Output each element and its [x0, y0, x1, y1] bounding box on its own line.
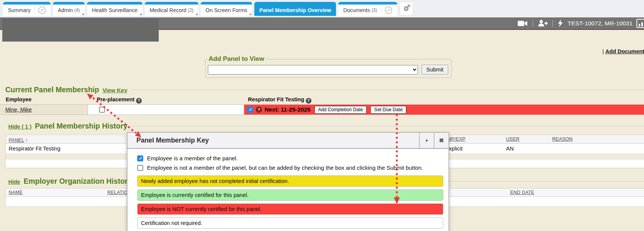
current-panel-header-row: Employee Pre-placement? Respirator Fit T…	[0, 95, 644, 104]
history-panel-value: Respirator Fit Testing	[9, 146, 60, 152]
add-panel-legend: Add Panel to View	[208, 55, 266, 63]
add-panel-fieldset: Add Panel to View Submit	[205, 55, 452, 78]
current-panel-heading: Current Panel Membership View Key	[5, 85, 644, 94]
record-identifier: TEST-10072, MR-10031	[568, 20, 633, 27]
help-icon[interactable]: ?	[136, 98, 142, 104]
preplacement-cell	[88, 105, 244, 115]
dialog-titlebar: Panel Membership Key ▼ ✖	[127, 133, 449, 149]
tab-label: On Screen Forms	[206, 7, 247, 13]
view-key-link[interactable]: View Key	[102, 87, 127, 93]
hide-employer-link[interactable]: Hide	[8, 179, 20, 185]
bar-chart-icon[interactable]	[636, 19, 644, 28]
external-link-icon[interactable]: ↗	[385, 6, 392, 14]
tab-health-surveillance[interactable]: Health Surveillance	[87, 2, 142, 16]
member-checked-checkbox[interactable]	[137, 155, 143, 161]
key-nonmember-row: Employee is not a member of the panel, b…	[137, 163, 443, 172]
section-title: Panel Membership History	[35, 122, 127, 130]
sort-header-panel[interactable]: PANEL	[9, 138, 24, 143]
lightning-bolt-icon[interactable]	[558, 19, 563, 27]
tab-panel-membership-overview[interactable]: Panel Membership Overview	[254, 2, 336, 16]
chevron-down-icon: ▼	[425, 138, 429, 143]
tab-count: (3)	[372, 8, 377, 13]
tab-admin[interactable]: Admin (4)	[53, 2, 85, 16]
add-person-icon[interactable]	[538, 20, 548, 27]
heading-rule	[131, 90, 644, 90]
next-due-label: Next: 11-25-2025	[265, 106, 311, 113]
video-camera-icon[interactable]	[518, 20, 528, 27]
tab-count: (4)	[74, 8, 80, 13]
panel-select[interactable]	[208, 65, 418, 74]
heading-rule	[131, 126, 644, 126]
section-title: Employer Organization History	[23, 177, 132, 186]
history-user-value: AN	[506, 146, 514, 152]
help-icon[interactable]: ?	[256, 107, 262, 113]
collapse-button[interactable]: ▼	[419, 133, 434, 148]
tab-label: Panel Membership Overview	[259, 7, 331, 13]
tab-summary[interactable]: Summary ↗	[3, 2, 51, 16]
sort-header-end-date[interactable]: END DATE	[510, 190, 534, 195]
respirator-status-cell: ? Next: 11-25-2025 Add Completion Date S…	[244, 105, 644, 115]
dialog-body: Employee is a member of the panel. Emplo…	[127, 149, 449, 229]
panel-membership-key-dialog: Panel Membership Key ▼ ✖ Employee is a m…	[127, 132, 449, 231]
member-unchecked-checkbox[interactable]	[137, 165, 143, 171]
tab-label: Documents	[343, 7, 370, 13]
sort-header-name[interactable]: NAME	[9, 190, 23, 195]
toolbar-divider	[533, 20, 533, 27]
sort-header-user[interactable]: USER	[506, 136, 520, 142]
external-link-icon[interactable]: ↗	[38, 6, 46, 14]
employee-link[interactable]: Mine, Mike	[5, 107, 32, 113]
set-due-date-button[interactable]: Set Due Date	[370, 106, 406, 114]
history-heading: Hide ( 1 ) Panel Membership History	[8, 122, 644, 130]
key-bar-yellow: Newly added employee has not completed i…	[137, 175, 443, 187]
tab-on-screen-forms[interactable]: On Screen Forms	[201, 2, 252, 16]
add-document-row: | Add Document	[602, 48, 644, 54]
dialog-title: Panel Membership Key	[127, 133, 419, 148]
add-completion-date-button[interactable]: Add Completion Date	[314, 106, 367, 114]
tab-bar: Summary ↗ Admin (4) Health Surveillance …	[0, 0, 644, 17]
respirator-checkbox[interactable]	[247, 107, 253, 113]
col-preplacement: Pre-placement?	[97, 96, 142, 104]
submit-button[interactable]: Submit	[421, 65, 448, 74]
employee-cell: Mine, Mike	[0, 105, 88, 115]
app-window: Summary ↗ Admin (4) Health Surveillance …	[0, 0, 644, 231]
col-respirator: Respirator Fit Testing?	[248, 96, 311, 104]
help-icon[interactable]: ?	[306, 98, 311, 104]
sort-header-reason[interactable]: REASON	[552, 136, 573, 142]
section-title: Current Panel Membership	[5, 85, 99, 94]
tab-label: Medical Record	[150, 7, 186, 13]
tab-label: Health Surveillance	[92, 7, 138, 13]
sort-asc-icon: ↑	[25, 137, 28, 143]
key-member-row: Employee is a member of the panel.	[137, 153, 443, 163]
hide-history-link[interactable]: Hide ( 1 )	[8, 124, 31, 130]
tab-label: Admin	[58, 7, 73, 13]
close-button[interactable]: ✖	[434, 133, 449, 148]
key-bar-white: Certification not required.	[137, 217, 443, 229]
tab-documents[interactable]: Documents (3) ↗	[338, 2, 397, 16]
gear-icon: ⚙	[407, 4, 411, 8]
tab-label: Summary	[8, 7, 31, 13]
table-row: Mine, Mike ? Next: 11-25-2025 Add Comple…	[0, 104, 644, 115]
key-text: Employee is not a member of the panel, b…	[147, 164, 423, 171]
key-bar-green: Employee is currently certified for this…	[137, 189, 443, 201]
col-employee: Employee	[6, 96, 32, 102]
tab-medical-record[interactable]: Medical Record (2)	[145, 2, 198, 16]
preplacement-checkbox[interactable]	[99, 107, 105, 113]
close-icon: ✖	[439, 137, 444, 144]
key-bar-red: Employee is NOT currently certified for …	[137, 203, 443, 215]
settings-gears-button[interactable]: ⚙ ⚙	[399, 2, 413, 16]
tab-count: (2)	[188, 8, 194, 13]
toolbar-divider	[553, 20, 553, 27]
key-text: Employee is a member of the panel.	[147, 155, 238, 161]
add-document-link[interactable]: Add Document	[605, 48, 644, 54]
collapsed-panel-placeholder	[2, 19, 159, 42]
